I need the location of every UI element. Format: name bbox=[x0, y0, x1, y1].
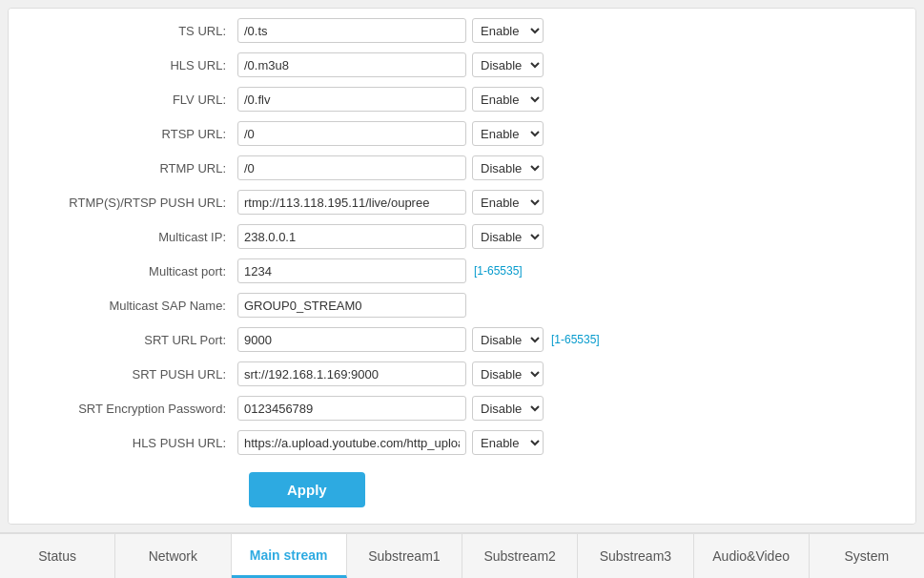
form-row: RTMP URL:EnableDisable bbox=[28, 155, 896, 180]
tab-substream3[interactable]: Substream3 bbox=[578, 534, 693, 578]
field-label-10: SRT PUSH URL: bbox=[28, 367, 237, 382]
field-select-0[interactable]: EnableDisable bbox=[472, 18, 544, 43]
tab-status[interactable]: Status bbox=[0, 534, 115, 578]
field-select-1[interactable]: EnableDisable bbox=[472, 52, 544, 77]
field-label-11: SRT Encryption Password: bbox=[28, 402, 237, 416]
field-input-1[interactable] bbox=[237, 52, 466, 77]
form-row: SRT URL Port:EnableDisable[1-65535] bbox=[28, 327, 896, 352]
field-hint-9: [1-65535] bbox=[551, 333, 600, 346]
field-select-5[interactable]: EnableDisable bbox=[472, 190, 544, 215]
field-label-7: Multicast port: bbox=[28, 264, 237, 279]
form-row: SRT Encryption Password:EnableDisable bbox=[28, 396, 896, 421]
form-row: RTMP(S)/RTSP PUSH URL:EnableDisable bbox=[28, 190, 896, 215]
tab-substream1[interactable]: Substream1 bbox=[347, 534, 462, 578]
field-input-2[interactable] bbox=[237, 87, 466, 112]
form-row: Multicast SAP Name: bbox=[28, 293, 896, 318]
tab-network[interactable]: Network bbox=[115, 534, 231, 578]
tab-bar: StatusNetworkMain streamSubstream1Substr… bbox=[0, 532, 924, 578]
field-label-4: RTMP URL: bbox=[28, 161, 237, 175]
form-row: SRT PUSH URL:EnableDisable bbox=[28, 361, 896, 386]
form-row: Multicast port:[1-65535] bbox=[28, 258, 896, 283]
tab-system[interactable]: System bbox=[810, 534, 924, 578]
field-label-12: HLS PUSH URL: bbox=[28, 436, 237, 450]
field-select-11[interactable]: EnableDisable bbox=[472, 396, 544, 421]
field-label-3: RTSP URL: bbox=[28, 127, 237, 141]
form-row: TS URL:EnableDisable bbox=[28, 18, 896, 43]
tab-substream2[interactable]: Substream2 bbox=[462, 534, 578, 578]
form-row: FLV URL:EnableDisable bbox=[28, 87, 896, 112]
field-input-8[interactable] bbox=[237, 293, 466, 318]
field-select-10[interactable]: EnableDisable bbox=[472, 361, 544, 386]
field-label-6: Multicast IP: bbox=[28, 230, 237, 244]
tab-audio-video[interactable]: Audio&Video bbox=[694, 534, 810, 578]
form-row: Multicast IP:EnableDisable bbox=[28, 224, 896, 249]
field-label-9: SRT URL Port: bbox=[28, 333, 237, 347]
field-select-4[interactable]: EnableDisable bbox=[472, 155, 544, 180]
field-input-11[interactable] bbox=[237, 396, 466, 421]
form-row: RTSP URL:EnableDisable bbox=[28, 121, 896, 146]
field-label-2: FLV URL: bbox=[28, 93, 237, 107]
field-input-5[interactable] bbox=[237, 190, 466, 215]
apply-button[interactable]: Apply bbox=[249, 472, 365, 507]
field-select-6[interactable]: EnableDisable bbox=[472, 224, 544, 249]
field-input-9[interactable] bbox=[237, 327, 466, 352]
main-content: TS URL:EnableDisableHLS URL:EnableDisabl… bbox=[8, 8, 916, 525]
field-label-1: HLS URL: bbox=[28, 58, 237, 72]
field-input-10[interactable] bbox=[237, 361, 466, 386]
field-select-12[interactable]: EnableDisable bbox=[472, 430, 544, 455]
field-label-8: Multicast SAP Name: bbox=[28, 299, 237, 313]
field-input-12[interactable] bbox=[237, 430, 466, 455]
field-hint-7: [1-65535] bbox=[474, 264, 523, 278]
field-select-9[interactable]: EnableDisable bbox=[472, 327, 544, 352]
tab-main-stream[interactable]: Main stream bbox=[232, 534, 347, 578]
field-label-0: TS URL: bbox=[28, 24, 237, 38]
field-select-2[interactable]: EnableDisable bbox=[472, 87, 544, 112]
form-row: HLS PUSH URL:EnableDisable bbox=[28, 430, 896, 455]
field-input-3[interactable] bbox=[237, 121, 466, 146]
field-input-4[interactable] bbox=[237, 155, 466, 180]
field-label-5: RTMP(S)/RTSP PUSH URL: bbox=[28, 196, 237, 210]
field-input-6[interactable] bbox=[237, 224, 466, 249]
field-input-7[interactable] bbox=[237, 258, 466, 283]
form-row: HLS URL:EnableDisable bbox=[28, 52, 896, 77]
field-select-3[interactable]: EnableDisable bbox=[472, 121, 544, 146]
field-input-0[interactable] bbox=[237, 18, 466, 43]
